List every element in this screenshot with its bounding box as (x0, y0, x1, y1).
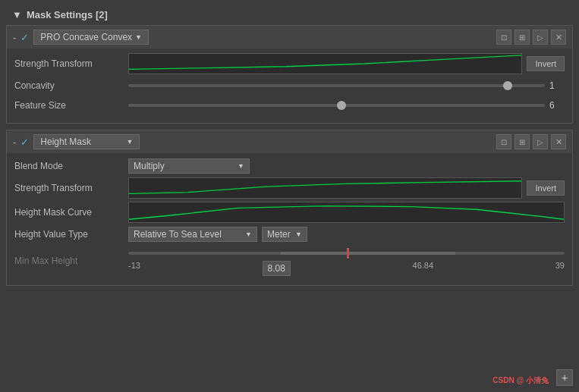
block1-name-label: PRO Concave Convex (40, 32, 132, 42)
block2-range-val[interactable]: 8.08 (263, 261, 291, 276)
block2-blend-value: Multiply (134, 161, 165, 171)
block2-name-label: Height Mask (40, 136, 91, 147)
panel-title: ▼ Mask Settings [2] (6, 6, 573, 25)
block2-range-labels: -13 8.08 46.84 39 (128, 261, 565, 276)
block2-blend-dropdown[interactable]: Multiply ▼ (128, 158, 250, 174)
block1-body: Strength Transform Invert Concavity (7, 49, 572, 123)
block1-row-featuresize: Feature Size 6 (14, 97, 565, 114)
block2-name-dropdown[interactable]: Height Mask ▼ (33, 134, 140, 149)
block1-featuresize-slider[interactable] (128, 104, 545, 107)
block2-body: Blend Mode Multiply ▼ Strength Transform (7, 153, 572, 285)
block2-strength-content: Invert (128, 177, 565, 199)
block2-range-min: -13 (128, 261, 140, 276)
mask-block-2: - ✓ Height Mask ▼ ⊡ ⊞ ▷ ✕ Blend Mode Mul… (6, 130, 573, 286)
block1-row-concavity: Concavity 1 (14, 77, 565, 94)
block1-check[interactable]: ✓ (20, 32, 29, 43)
block1-concavity-value: 1 (549, 80, 565, 91)
block2-heightcurve-label: Height Mask Curve (14, 207, 128, 218)
block2-meter-dropdown[interactable]: Meter ▼ (262, 227, 307, 242)
panel-title-text: Mask Settings [2] (27, 9, 108, 20)
watermark: CSDN @ 小清兔 (492, 375, 549, 386)
block2-curve-svg (129, 178, 521, 198)
block2-row-minmax: Min Max Height -13 8.08 46.84 39 (14, 246, 565, 276)
block1-row-strength: Strength Transform Invert (14, 53, 565, 74)
block2-range-mid: 46.84 (413, 261, 434, 276)
block2-meter-value: Meter (267, 229, 291, 240)
block1-icon2[interactable]: ⊞ (514, 30, 530, 45)
block2-row-strength: Strength Transform Invert (14, 177, 565, 199)
block2-row-heightcurve: Height Mask Curve (14, 202, 565, 223)
block2-icon1[interactable]: ⊡ (496, 134, 511, 149)
block2-heightcurve-svg (129, 202, 564, 222)
block2-header-icons: ⊡ ⊞ ▷ ✕ (496, 134, 566, 149)
block1-strength-content: Invert (128, 53, 565, 74)
block2-close[interactable]: ✕ (551, 134, 566, 149)
block2-height-mask-curve[interactable] (128, 202, 565, 223)
block2-dropdown-arrow: ▼ (126, 138, 133, 146)
block1-close[interactable]: ✕ (551, 30, 566, 45)
block1-concavity-slider[interactable] (128, 84, 545, 87)
block1-header-icons: ⊡ ⊞ ▷ ✕ (496, 30, 566, 45)
block2-minmax-content: -13 8.08 46.84 39 (128, 246, 565, 276)
block2-row-blend: Blend Mode Multiply ▼ (14, 158, 565, 174)
block2-meter-arrow: ▼ (295, 230, 302, 238)
block2-check[interactable]: ✓ (20, 136, 29, 148)
block1-featuresize-label: Feature Size (14, 100, 128, 111)
block2-minmax-slider-area[interactable]: -13 8.08 46.84 39 (128, 246, 565, 276)
block1-icon1[interactable]: ⊡ (496, 30, 511, 45)
block1-concavity-label: Concavity (14, 80, 128, 91)
block2-blend-content: Multiply ▼ (128, 158, 565, 174)
add-button[interactable]: + (556, 369, 573, 386)
block2-invert-button[interactable]: Invert (527, 180, 565, 196)
block2-relative-value: Relative To Sea Level (134, 229, 222, 240)
block1-concavity-content: 1 (128, 80, 565, 91)
block2-range-track[interactable] (128, 252, 565, 255)
block1-dash: - (13, 32, 16, 43)
mask-block-2-header: - ✓ Height Mask ▼ ⊡ ⊞ ▷ ✕ (7, 130, 572, 153)
block2-blend-arrow: ▼ (238, 162, 244, 170)
block2-hvtype-content: Relative To Sea Level ▼ Meter ▼ (128, 227, 565, 242)
block1-strength-label: Strength Transform (14, 58, 128, 69)
bottom-bar: + (556, 369, 573, 386)
block1-curve-svg (129, 54, 521, 74)
block2-dash: - (13, 136, 16, 148)
block1-icon3[interactable]: ▷ (533, 30, 548, 45)
block2-strength-curve[interactable] (128, 177, 522, 199)
block1-featuresize-value: 6 (549, 100, 565, 111)
block2-range-max: 39 (555, 261, 565, 276)
block2-row-hvtype: Height Value Type Relative To Sea Level … (14, 226, 565, 243)
block2-relative-arrow: ▼ (245, 230, 252, 238)
panel-title-arrow: ▼ (12, 9, 22, 20)
block2-icon2[interactable]: ⊞ (514, 134, 530, 149)
block1-dropdown-arrow: ▼ (135, 33, 142, 41)
block1-strength-curve[interactable] (128, 53, 522, 74)
block2-hvtype-label: Height Value Type (14, 229, 128, 240)
block1-featuresize-content: 6 (128, 100, 565, 111)
block1-name-dropdown[interactable]: PRO Concave Convex ▼ (33, 30, 149, 45)
block2-minmax-label: Min Max Height (14, 256, 128, 266)
main-panel: ▼ Mask Settings [2] - ✓ PRO Concave Conv… (0, 0, 579, 392)
block2-heightcurve-content (128, 202, 565, 223)
block2-blend-label: Blend Mode (14, 161, 128, 171)
block1-invert-button[interactable]: Invert (527, 56, 565, 71)
block2-strength-label: Strength Transform (14, 183, 128, 193)
mask-block-1: - ✓ PRO Concave Convex ▼ ⊡ ⊞ ▷ ✕ Strengt… (6, 25, 573, 124)
block2-icon3[interactable]: ▷ (533, 134, 548, 149)
mask-block-1-header: - ✓ PRO Concave Convex ▼ ⊡ ⊞ ▷ ✕ (7, 26, 572, 49)
block2-relative-dropdown[interactable]: Relative To Sea Level ▼ (128, 227, 257, 242)
